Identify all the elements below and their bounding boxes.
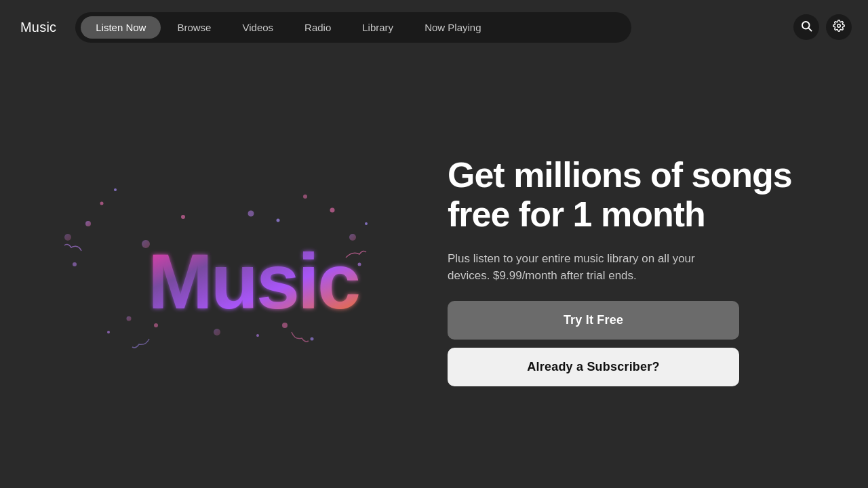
svg-point-5 bbox=[73, 262, 77, 266]
promo-subtitle: Plus listen to your entire music library… bbox=[448, 250, 739, 285]
svg-point-21 bbox=[248, 211, 254, 217]
svg-point-25 bbox=[256, 334, 259, 337]
svg-point-23 bbox=[154, 323, 158, 327]
svg-point-11 bbox=[343, 302, 349, 308]
nav-radio[interactable]: Radio bbox=[290, 16, 346, 39]
nav-now-playing[interactable]: Now Playing bbox=[410, 16, 496, 39]
nav-listen-now[interactable]: Listen Now bbox=[81, 16, 161, 39]
svg-point-17 bbox=[311, 338, 314, 341]
nav-browse[interactable]: Browse bbox=[162, 16, 226, 39]
navbar: Music Listen Now Browse Videos Radio Lib… bbox=[0, 0, 868, 54]
svg-point-9 bbox=[349, 234, 356, 241]
svg-line-1 bbox=[808, 28, 811, 30]
cta-buttons: Try It Free Already a Subscriber? bbox=[448, 301, 739, 386]
nav-library[interactable]: Library bbox=[347, 16, 408, 39]
hero-image-panel: Music bbox=[0, 54, 434, 488]
svg-point-4 bbox=[100, 202, 104, 205]
promo-title: Get millions of songs free for 1 month bbox=[448, 156, 827, 233]
nav-icons bbox=[793, 14, 852, 40]
search-button[interactable] bbox=[793, 14, 819, 40]
svg-point-14 bbox=[127, 317, 132, 321]
svg-point-7 bbox=[114, 188, 117, 191]
svg-point-10 bbox=[358, 263, 361, 266]
promo-panel: Get millions of songs free for 1 month P… bbox=[434, 156, 868, 386]
svg-point-22 bbox=[277, 219, 280, 222]
try-it-free-button[interactable]: Try It Free bbox=[448, 301, 739, 340]
svg-point-12 bbox=[365, 222, 368, 225]
svg-point-19 bbox=[142, 240, 150, 248]
app-logo: Music bbox=[16, 20, 56, 35]
music-logo-svg: Music bbox=[47, 169, 387, 373]
svg-point-15 bbox=[107, 331, 110, 333]
svg-point-2 bbox=[837, 24, 841, 27]
svg-point-16 bbox=[282, 323, 288, 328]
app-name: Music bbox=[20, 20, 56, 35]
svg-point-24 bbox=[214, 329, 220, 336]
already-subscriber-button[interactable]: Already a Subscriber? bbox=[448, 348, 739, 386]
nav-videos[interactable]: Videos bbox=[227, 16, 288, 39]
settings-button[interactable] bbox=[826, 14, 852, 40]
svg-point-8 bbox=[330, 208, 335, 213]
settings-icon bbox=[833, 20, 845, 35]
main-content: Music Get millions of songs free for 1 m… bbox=[0, 54, 868, 488]
svg-point-13 bbox=[303, 195, 307, 199]
svg-point-6 bbox=[64, 234, 71, 241]
svg-point-3 bbox=[85, 221, 91, 226]
svg-text:Music: Music bbox=[148, 238, 359, 325]
apple-music-logo-visual: Music bbox=[47, 169, 387, 373]
search-icon bbox=[800, 20, 812, 35]
svg-point-20 bbox=[181, 215, 185, 219]
nav-pill: Listen Now Browse Videos Radio Library N… bbox=[75, 12, 631, 43]
